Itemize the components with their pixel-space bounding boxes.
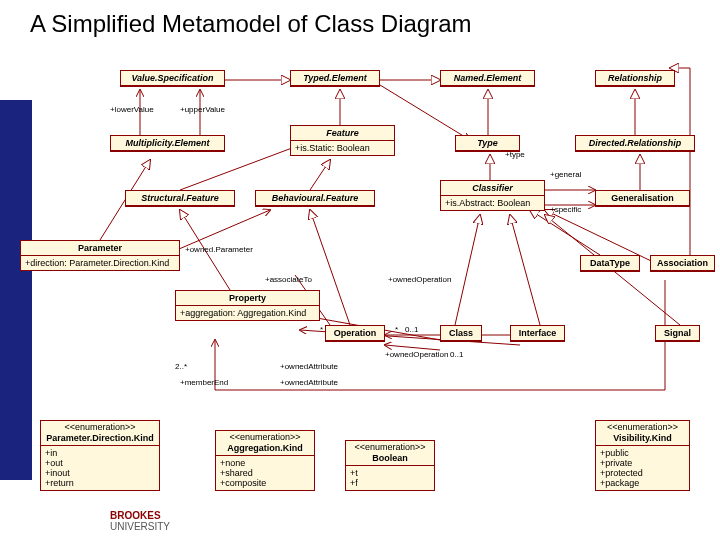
stereotype: <<enumeration>> (596, 421, 689, 433)
literal: +composite (220, 478, 310, 488)
class-name: DataType (581, 256, 639, 271)
class-name: Type (456, 136, 519, 151)
label-mult-star: * (395, 325, 398, 334)
svg-line-10 (310, 160, 330, 190)
class-name: Directed.Relationship (576, 136, 694, 151)
class-name: Property (176, 291, 319, 306)
enum-name: Parameter.Direction.Kind (41, 433, 159, 446)
label-general: +general (550, 170, 581, 179)
class-operation: Operation (325, 325, 385, 342)
class-name: Multiplicity.Element (111, 136, 224, 151)
svg-line-16 (530, 210, 600, 255)
class-value-specification: Value.Specification (120, 70, 225, 87)
enum-parameter-direction-kind: <<enumeration>> Parameter.Direction.Kind… (40, 420, 160, 491)
enum-name: Boolean (346, 453, 434, 466)
class-name: Named.Element (441, 71, 534, 86)
stereotype: <<enumeration>> (216, 431, 314, 443)
class-name: Value.Specification (121, 71, 224, 86)
class-name: Parameter (21, 241, 179, 256)
literal: +shared (220, 468, 310, 478)
literal: +private (600, 458, 685, 468)
label-mult-01b: 0..1 (450, 350, 463, 359)
enum-aggregation-kind: <<enumeration>> Aggregation.Kind +none +… (215, 430, 315, 491)
class-name: Interface (511, 326, 564, 341)
class-name: Feature (291, 126, 394, 141)
label-owned-attribute-2: +ownedAttribute (280, 378, 338, 387)
class-name: Class (441, 326, 481, 341)
class-property: Property+aggregation: Aggregation.Kind (175, 290, 320, 321)
class-directed-relationship: Directed.Relationship (575, 135, 695, 152)
label-member-end: +memberEnd (180, 378, 228, 387)
literal: +inout (45, 468, 155, 478)
enum-name: Visibility.Kind (596, 433, 689, 446)
uml-diagram: Value.Specification Typed.Element Named.… (0, 50, 720, 540)
brand-logo: BROOKES UNIVERSITY (110, 510, 170, 532)
class-parameter: Parameter+direction: Parameter.Direction… (20, 240, 180, 271)
class-name: Generalisation (596, 191, 689, 206)
attr: +direction: Parameter.Direction.Kind (25, 258, 175, 268)
class-named-element: Named.Element (440, 70, 535, 87)
label-mult-star-2: * (320, 325, 323, 334)
literal: +none (220, 458, 310, 468)
svg-line-15 (510, 215, 540, 325)
literal: +t (350, 468, 430, 478)
class-name: Signal (656, 326, 699, 341)
literal: +package (600, 478, 685, 488)
label-owned-operation: +ownedOperation (388, 275, 451, 284)
class-typed-element: Typed.Element (290, 70, 380, 87)
class-association: Association (650, 255, 715, 272)
label-mult-01: 0..1 (405, 325, 418, 334)
literal: +out (45, 458, 155, 468)
class-relationship: Relationship (595, 70, 675, 87)
class-signal: Signal (655, 325, 700, 342)
class-name: Operation (326, 326, 384, 341)
class-name: Classifier (441, 181, 544, 196)
attr: +is.Static: Boolean (295, 143, 390, 153)
label-lower-value: +lowerValue (110, 105, 154, 114)
class-name: Behavioural.Feature (256, 191, 374, 206)
class-interface: Interface (510, 325, 565, 342)
attr: +is.Abstract: Boolean (445, 198, 540, 208)
enum-name: Aggregation.Kind (216, 443, 314, 456)
literal: +public (600, 448, 685, 458)
label-owned-operation-2: +ownedOperation (385, 350, 448, 359)
class-class: Class (440, 325, 482, 342)
class-generalisation: Generalisation (595, 190, 690, 207)
brand-sub: UNIVERSITY (110, 521, 170, 532)
label-specific: +specific (550, 205, 581, 214)
class-name: Structural.Feature (126, 191, 234, 206)
stereotype: <<enumeration>> (346, 441, 434, 453)
class-multiplicity-element: Multiplicity.Element (110, 135, 225, 152)
class-datatype: DataType (580, 255, 640, 272)
attr: +aggregation: Aggregation.Kind (180, 308, 315, 318)
page-title: A Simplified Metamodel of Class Diagram (30, 10, 472, 38)
label-owned-parameter: +owned.Parameter (185, 245, 253, 254)
label-mult-2star: 2..* (175, 362, 187, 371)
label-type: +type (505, 150, 525, 159)
literal: +protected (600, 468, 685, 478)
class-structural-feature: Structural.Feature (125, 190, 235, 207)
label-upper-value: +upperValue (180, 105, 225, 114)
class-feature: Feature+is.Static: Boolean (290, 125, 395, 156)
label-associate-to: +associateTo (265, 275, 312, 284)
label-owned-attribute: +ownedAttribute (280, 362, 338, 371)
literal: +return (45, 478, 155, 488)
enum-visibility-kind: <<enumeration>> Visibility.Kind +public … (595, 420, 690, 491)
literal: +f (350, 478, 430, 488)
svg-line-14 (455, 215, 480, 325)
class-name: Typed.Element (291, 71, 379, 86)
class-name: Relationship (596, 71, 674, 86)
class-behavioural-feature: Behavioural.Feature (255, 190, 375, 207)
class-name: Association (651, 256, 714, 271)
stereotype: <<enumeration>> (41, 421, 159, 433)
enum-boolean: <<enumeration>> Boolean +t +f (345, 440, 435, 491)
brand-name: BROOKES (110, 510, 161, 521)
literal: +in (45, 448, 155, 458)
class-classifier: Classifier+is.Abstract: Boolean (440, 180, 545, 211)
